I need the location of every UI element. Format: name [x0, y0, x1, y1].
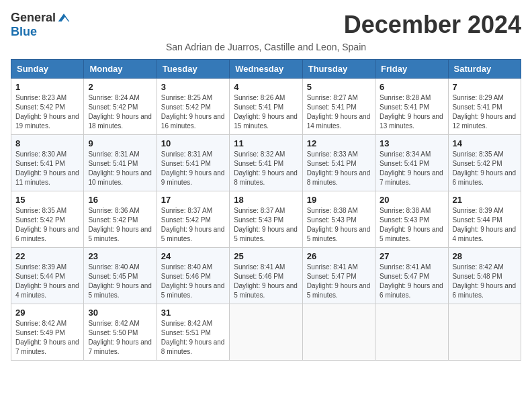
calendar-cell: 9Sunrise: 8:31 AMSunset: 5:41 PMDaylight… — [84, 135, 157, 191]
day-number: 31 — [161, 308, 225, 318]
day-number: 15 — [15, 195, 79, 205]
calendar-cell — [302, 304, 375, 361]
calendar-week-3: 15Sunrise: 8:35 AMSunset: 5:42 PMDayligh… — [11, 191, 521, 248]
day-info: Sunrise: 8:39 AMSunset: 5:44 PMDaylight:… — [453, 206, 517, 244]
calendar-cell: 20Sunrise: 8:38 AMSunset: 5:43 PMDayligh… — [375, 191, 448, 248]
page-header: General Blue December 2024 — [11, 11, 521, 39]
day-info: Sunrise: 8:40 AMSunset: 5:45 PMDaylight:… — [88, 263, 152, 300]
calendar-cell: 14Sunrise: 8:35 AMSunset: 5:42 PMDayligh… — [448, 135, 521, 191]
day-info: Sunrise: 8:42 AMSunset: 5:48 PMDaylight:… — [453, 263, 517, 300]
day-number: 18 — [234, 195, 298, 205]
logo-icon — [57, 11, 71, 25]
day-info: Sunrise: 8:31 AMSunset: 5:41 PMDaylight:… — [161, 150, 225, 187]
calendar-header-row: SundayMondayTuesdayWednesdayThursdayFrid… — [11, 60, 521, 79]
subtitle: San Adrian de Juarros, Castille and Leon… — [11, 42, 521, 52]
calendar-week-2: 8Sunrise: 8:30 AMSunset: 5:41 PMDaylight… — [11, 135, 521, 191]
calendar-cell: 21Sunrise: 8:39 AMSunset: 5:44 PMDayligh… — [448, 191, 521, 248]
column-header-wednesday: Wednesday — [230, 60, 302, 79]
day-number: 23 — [88, 251, 152, 261]
day-info: Sunrise: 8:34 AMSunset: 5:41 PMDaylight:… — [380, 150, 443, 187]
day-number: 10 — [161, 138, 225, 148]
day-info: Sunrise: 8:23 AMSunset: 5:42 PMDaylight:… — [15, 93, 79, 131]
day-info: Sunrise: 8:27 AMSunset: 5:41 PMDaylight:… — [307, 93, 371, 131]
day-number: 2 — [88, 82, 152, 92]
calendar-cell: 1Sunrise: 8:23 AMSunset: 5:42 PMDaylight… — [11, 79, 84, 135]
calendar-cell: 25Sunrise: 8:41 AMSunset: 5:46 PMDayligh… — [230, 248, 302, 304]
day-number: 12 — [307, 138, 371, 148]
day-info: Sunrise: 8:38 AMSunset: 5:43 PMDaylight:… — [380, 206, 443, 244]
calendar-cell: 30Sunrise: 8:42 AMSunset: 5:50 PMDayligh… — [84, 304, 157, 361]
logo-general-text: General — [11, 11, 56, 25]
day-number: 21 — [453, 195, 517, 205]
calendar-week-4: 22Sunrise: 8:39 AMSunset: 5:44 PMDayligh… — [11, 248, 521, 304]
calendar-cell — [448, 304, 521, 361]
day-number: 29 — [15, 308, 79, 318]
calendar-cell: 12Sunrise: 8:33 AMSunset: 5:41 PMDayligh… — [302, 135, 375, 191]
day-info: Sunrise: 8:32 AMSunset: 5:41 PMDaylight:… — [234, 150, 298, 187]
calendar-cell: 19Sunrise: 8:38 AMSunset: 5:43 PMDayligh… — [302, 191, 375, 248]
calendar-cell: 4Sunrise: 8:26 AMSunset: 5:41 PMDaylight… — [230, 79, 302, 135]
logo-blue-text: Blue — [11, 25, 37, 39]
day-info: Sunrise: 8:41 AMSunset: 5:47 PMDaylight:… — [380, 263, 443, 300]
day-number: 9 — [88, 138, 152, 148]
calendar-cell: 24Sunrise: 8:40 AMSunset: 5:46 PMDayligh… — [157, 248, 229, 304]
calendar-cell: 17Sunrise: 8:37 AMSunset: 5:42 PMDayligh… — [157, 191, 229, 248]
day-number: 4 — [234, 82, 298, 92]
calendar-cell: 10Sunrise: 8:31 AMSunset: 5:41 PMDayligh… — [157, 135, 229, 191]
day-info: Sunrise: 8:41 AMSunset: 5:47 PMDaylight:… — [307, 263, 371, 300]
calendar-cell: 18Sunrise: 8:37 AMSunset: 5:43 PMDayligh… — [230, 191, 302, 248]
day-number: 6 — [380, 82, 443, 92]
column-header-tuesday: Tuesday — [157, 60, 229, 79]
day-number: 22 — [15, 251, 79, 261]
calendar-cell: 2Sunrise: 8:24 AMSunset: 5:42 PMDaylight… — [84, 79, 157, 135]
column-header-saturday: Saturday — [448, 60, 521, 79]
calendar-cell: 3Sunrise: 8:25 AMSunset: 5:42 PMDaylight… — [157, 79, 229, 135]
day-info: Sunrise: 8:25 AMSunset: 5:42 PMDaylight:… — [161, 93, 225, 131]
day-info: Sunrise: 8:37 AMSunset: 5:43 PMDaylight:… — [234, 206, 298, 244]
calendar-table: SundayMondayTuesdayWednesdayThursdayFrid… — [11, 59, 521, 361]
day-number: 19 — [307, 195, 371, 205]
day-info: Sunrise: 8:41 AMSunset: 5:46 PMDaylight:… — [234, 263, 298, 300]
day-number: 27 — [380, 251, 443, 261]
calendar-cell: 16Sunrise: 8:36 AMSunset: 5:42 PMDayligh… — [84, 191, 157, 248]
day-info: Sunrise: 8:42 AMSunset: 5:51 PMDaylight:… — [161, 319, 225, 357]
day-info: Sunrise: 8:40 AMSunset: 5:46 PMDaylight:… — [161, 263, 225, 300]
calendar-cell: 26Sunrise: 8:41 AMSunset: 5:47 PMDayligh… — [302, 248, 375, 304]
day-info: Sunrise: 8:28 AMSunset: 5:41 PMDaylight:… — [380, 93, 443, 131]
day-number: 16 — [88, 195, 152, 205]
calendar-cell: 6Sunrise: 8:28 AMSunset: 5:41 PMDaylight… — [375, 79, 448, 135]
calendar-cell: 31Sunrise: 8:42 AMSunset: 5:51 PMDayligh… — [157, 304, 229, 361]
day-number: 14 — [453, 138, 517, 148]
calendar-cell: 5Sunrise: 8:27 AMSunset: 5:41 PMDaylight… — [302, 79, 375, 135]
calendar-week-1: 1Sunrise: 8:23 AMSunset: 5:42 PMDaylight… — [11, 79, 521, 135]
day-number: 17 — [161, 195, 225, 205]
day-number: 5 — [307, 82, 371, 92]
day-number: 3 — [161, 82, 225, 92]
calendar-cell — [230, 304, 302, 361]
logo: General Blue — [11, 11, 71, 39]
column-header-thursday: Thursday — [302, 60, 375, 79]
calendar-cell: 7Sunrise: 8:29 AMSunset: 5:41 PMDaylight… — [448, 79, 521, 135]
day-info: Sunrise: 8:38 AMSunset: 5:43 PMDaylight:… — [307, 206, 371, 244]
day-number: 30 — [88, 308, 152, 318]
column-header-sunday: Sunday — [11, 60, 84, 79]
calendar-cell: 11Sunrise: 8:32 AMSunset: 5:41 PMDayligh… — [230, 135, 302, 191]
calendar-cell: 27Sunrise: 8:41 AMSunset: 5:47 PMDayligh… — [375, 248, 448, 304]
column-header-friday: Friday — [375, 60, 448, 79]
month-title: December 2024 — [344, 11, 521, 39]
day-number: 28 — [453, 251, 517, 261]
day-number: 7 — [453, 82, 517, 92]
calendar-cell: 8Sunrise: 8:30 AMSunset: 5:41 PMDaylight… — [11, 135, 84, 191]
day-info: Sunrise: 8:36 AMSunset: 5:42 PMDaylight:… — [88, 206, 152, 244]
day-number: 20 — [380, 195, 443, 205]
day-info: Sunrise: 8:35 AMSunset: 5:42 PMDaylight:… — [15, 206, 79, 244]
day-number: 11 — [234, 138, 298, 148]
day-info: Sunrise: 8:39 AMSunset: 5:44 PMDaylight:… — [15, 263, 79, 300]
calendar-cell: 23Sunrise: 8:40 AMSunset: 5:45 PMDayligh… — [84, 248, 157, 304]
day-number: 25 — [234, 251, 298, 261]
day-number: 26 — [307, 251, 371, 261]
calendar-cell: 22Sunrise: 8:39 AMSunset: 5:44 PMDayligh… — [11, 248, 84, 304]
calendar-cell — [375, 304, 448, 361]
day-info: Sunrise: 8:29 AMSunset: 5:41 PMDaylight:… — [453, 93, 517, 131]
calendar-cell: 28Sunrise: 8:42 AMSunset: 5:48 PMDayligh… — [448, 248, 521, 304]
